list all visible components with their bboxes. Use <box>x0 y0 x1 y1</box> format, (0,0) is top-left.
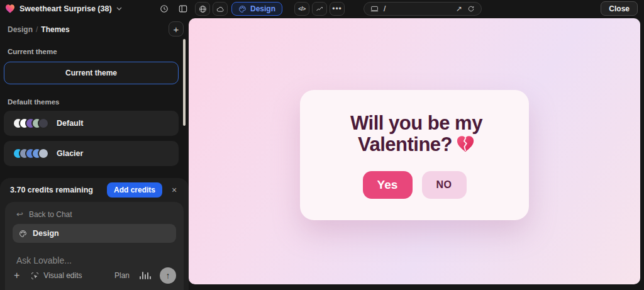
project-title: Sweetheart Surprise (38) <box>19 4 112 13</box>
panel-left-icon[interactable] <box>176 2 190 16</box>
theme-row-default[interactable]: Default <box>4 111 179 136</box>
cloud-icon[interactable] <box>213 2 228 16</box>
voice-waveform-icon[interactable] <box>140 272 151 279</box>
open-external-icon[interactable]: ↗ <box>456 4 462 13</box>
palette-icon <box>19 230 27 238</box>
return-arrow-icon: ↩ <box>16 209 23 219</box>
chat-text-input[interactable]: Ask Lovable... <box>13 255 176 265</box>
close-button[interactable]: Close <box>601 1 638 16</box>
chevron-down-icon <box>116 7 122 11</box>
valentine-heading: Will you be my Valentine? <box>313 113 520 155</box>
credits-chat-panel: 3.70 credits remaining Add credits × ↩ B… <box>0 178 189 290</box>
history-icon[interactable] <box>157 2 171 16</box>
chat-actions-row: + Visual edits Plan ↑ <box>14 267 176 284</box>
breadcrumb-design[interactable]: Design <box>8 25 33 34</box>
arrow-up-icon: ↑ <box>166 270 170 281</box>
close-credits-icon[interactable]: × <box>167 183 181 197</box>
breadcrumb-themes: Themes <box>41 25 69 34</box>
sidebar-scrollbar[interactable] <box>183 39 186 126</box>
theme-color-dots <box>13 118 49 129</box>
topbar: Sweetheart Surprise (38) Design </> <box>0 0 644 18</box>
plan-button[interactable]: Plan <box>114 271 130 280</box>
theme-color-dots <box>13 148 49 159</box>
breadcrumb: Design / Themes <box>0 18 189 34</box>
valentine-buttons: Yes NO <box>313 171 516 199</box>
chat-input-panel: ↩ Back to Chat Design Ask Lovable... + V… <box>5 202 184 290</box>
add-credits-button[interactable]: Add credits <box>107 182 162 198</box>
chat-mode-design[interactable]: Design <box>13 224 176 243</box>
credits-banner: 3.70 credits remaining Add credits × <box>0 178 189 202</box>
send-button[interactable]: ↑ <box>160 267 176 284</box>
design-sidebar: Design / Themes + Current theme Current … <box>0 18 189 290</box>
more-options-icon[interactable]: ••• <box>330 2 345 16</box>
globe-icon[interactable] <box>195 2 210 16</box>
chart-icon[interactable] <box>312 2 327 16</box>
default-themes-section-label: Default themes <box>8 98 189 106</box>
device-icon <box>370 6 379 12</box>
project-menu[interactable]: Sweetheart Surprise (38) <box>5 0 122 18</box>
app-window: Sweetheart Surprise (38) Design </> <box>0 0 644 290</box>
yes-button[interactable]: Yes <box>363 171 413 199</box>
no-button[interactable]: NO <box>422 171 467 199</box>
back-to-chat-button[interactable]: ↩ Back to Chat <box>13 209 176 219</box>
lovable-logo-icon <box>5 4 15 14</box>
credits-remaining-text: 3.70 credits remaining <box>10 186 102 194</box>
attach-plus-icon[interactable]: + <box>14 270 19 281</box>
palette-icon <box>238 5 247 13</box>
code-icon[interactable]: </> <box>294 2 309 16</box>
design-button-label: Design <box>250 4 275 13</box>
add-theme-button[interactable]: + <box>169 21 184 36</box>
app-preview: Will you be my Valentine? Yes NO <box>189 18 640 284</box>
url-bar[interactable]: / ↗ <box>364 2 482 16</box>
url-path: / <box>384 4 451 13</box>
design-mode-button[interactable]: Design <box>231 2 282 16</box>
refresh-icon[interactable] <box>467 5 475 13</box>
broken-heart-icon <box>456 135 475 153</box>
current-theme-section-label: Current theme <box>8 48 189 55</box>
visual-edits-button[interactable]: Visual edits <box>31 271 82 280</box>
theme-row-glacier[interactable]: Glacier <box>4 141 179 166</box>
visual-edits-icon <box>31 272 39 280</box>
current-theme-button[interactable]: Current theme <box>4 62 179 84</box>
valentine-card: Will you be my Valentine? Yes NO <box>300 90 529 220</box>
